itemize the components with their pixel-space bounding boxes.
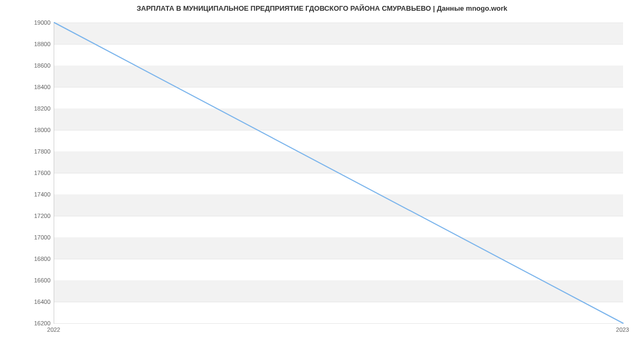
y-tick-label: 16600 bbox=[8, 277, 50, 283]
x-tick-label: 2022 bbox=[47, 326, 60, 333]
data-line bbox=[54, 23, 623, 323]
y-tick-label: 18400 bbox=[8, 84, 50, 90]
y-tick-label: 16400 bbox=[8, 299, 50, 305]
y-tick-label: 16800 bbox=[8, 256, 50, 262]
y-tick-label: 18800 bbox=[8, 41, 50, 47]
y-gridline bbox=[54, 323, 623, 324]
y-tick-label: 16200 bbox=[8, 320, 50, 326]
y-tick-label: 17200 bbox=[8, 213, 50, 219]
chart-container: ЗАРПЛАТА В МУНИЦИПАЛЬНОЕ ПРЕДПРИЯТИЕ ГДО… bbox=[0, 0, 644, 349]
y-tick-label: 17600 bbox=[8, 170, 50, 176]
y-tick-label: 19000 bbox=[8, 19, 50, 26]
line-series bbox=[54, 23, 623, 323]
chart-title: ЗАРПЛАТА В МУНИЦИПАЛЬНОЕ ПРЕДПРИЯТИЕ ГДО… bbox=[0, 4, 644, 12]
y-tick-label: 18200 bbox=[8, 105, 50, 112]
y-tick-label: 17400 bbox=[8, 191, 50, 198]
y-tick-label: 17000 bbox=[8, 234, 50, 241]
plot-area bbox=[54, 23, 623, 324]
y-tick-label: 18600 bbox=[8, 62, 50, 69]
x-tick-label: 2023 bbox=[616, 326, 629, 333]
y-tick-label: 17800 bbox=[8, 148, 50, 155]
y-tick-label: 18000 bbox=[8, 127, 50, 133]
